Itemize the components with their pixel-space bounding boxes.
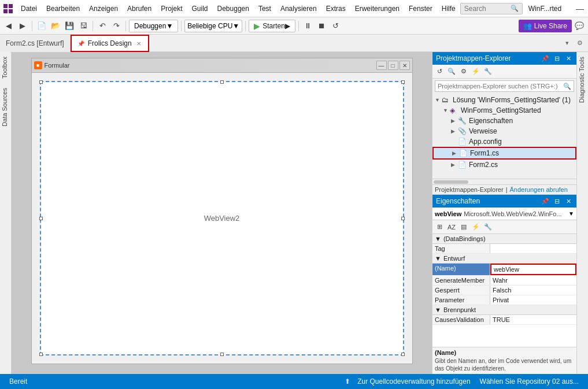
props-object-name: webView: [435, 210, 461, 217]
menu-debuggen[interactable]: Debuggen: [213, 2, 254, 15]
prop-gesperrt-value[interactable]: Falsch: [490, 286, 576, 295]
redo-button[interactable]: ↷: [110, 20, 123, 32]
group-entwurf[interactable]: ▼ Entwurf: [432, 254, 576, 264]
prop-tag-value[interactable]: [490, 244, 576, 253]
play-icon: ▶: [254, 21, 260, 31]
se-btn-2[interactable]: 🔍: [446, 66, 457, 77]
search-input[interactable]: [464, 5, 511, 13]
se-btn-4[interactable]: ⚡: [470, 66, 482, 77]
se-btn-3[interactable]: ⚙: [458, 66, 469, 77]
tree-form1[interactable]: ▶ 📄 Form1.cs: [432, 147, 576, 160]
tree-appconfig[interactable]: 📄 App.config: [432, 136, 576, 147]
se-scroll-thumb[interactable]: [434, 180, 468, 184]
prop-name-value[interactable]: webView: [490, 264, 576, 275]
menu-abrufen[interactable]: Abrufen: [123, 2, 156, 15]
se-footer-changes[interactable]: Änderungen abrufen: [509, 186, 567, 193]
debug-dropdown[interactable]: Debuggen▼: [129, 20, 178, 32]
menu-test[interactable]: Test: [254, 2, 276, 15]
props-close-button[interactable]: ✕: [564, 197, 573, 206]
back-button[interactable]: ◀: [2, 20, 15, 32]
se-footer-sep: |: [506, 186, 508, 193]
form-maximize-btn[interactable]: □: [388, 61, 398, 70]
menu-datei[interactable]: Datei: [16, 2, 42, 15]
menu-erweiterungen[interactable]: Erweiterungen: [350, 2, 404, 15]
save-button[interactable]: 💾: [63, 20, 76, 32]
props-properties-btn[interactable]: ▤: [458, 222, 469, 232]
restart-button[interactable]: ↺: [330, 20, 342, 32]
stop-button[interactable]: ⏹: [316, 20, 328, 32]
group-databindings[interactable]: ▼ (DataBindings): [432, 234, 576, 244]
status-repo[interactable]: Wählen Sie Repository 02 aus...: [475, 377, 583, 386]
se-search-icon: 🔍: [563, 83, 571, 90]
svg-rect-3: [9, 9, 13, 13]
form-minimize-btn[interactable]: —: [376, 61, 387, 70]
title-bar: Datei Bearbeiten Anzeigen Abrufen Projek…: [0, 0, 588, 17]
props-search-btn[interactable]: 🔧: [482, 222, 494, 232]
se-scrollbar[interactable]: [432, 179, 576, 184]
minimize-button[interactable]: —: [572, 2, 588, 15]
menu-projekt[interactable]: Projekt: [156, 2, 187, 15]
menu-anzeigen[interactable]: Anzeigen: [84, 2, 123, 15]
tree-project[interactable]: ▼ ◈ WinForms_GettingStarted: [432, 105, 576, 116]
menu-guild[interactable]: Guild: [187, 2, 213, 15]
diagnostic-tools-label[interactable]: Diagnostic Tools: [577, 52, 588, 108]
tab-settings-button[interactable]: ⚙: [574, 38, 586, 49]
liveshare-button[interactable]: 👥 Live Share: [519, 20, 572, 32]
se-footer-label: Projektmappen-Explorer: [435, 186, 504, 193]
props-alphabetical-btn[interactable]: AZ: [446, 222, 457, 232]
form2-label: Form2.cs: [469, 161, 498, 169]
se-pin-button[interactable]: 📌: [541, 54, 550, 63]
se-search-input[interactable]: [438, 83, 563, 90]
undo-button[interactable]: ↶: [96, 20, 109, 32]
tab-form2-design[interactable]: Form2.cs [Entwurf]: [0, 35, 71, 52]
properties-tree-label: Eigenschaften: [469, 117, 513, 125]
tab-close-button[interactable]: ✕: [135, 40, 142, 47]
props-pin-button[interactable]: 📌: [541, 197, 550, 206]
form-close-btn[interactable]: ✕: [400, 61, 410, 70]
tree-arrow-verweise: ▶: [451, 128, 458, 134]
props-events-btn[interactable]: ⚡: [470, 222, 482, 232]
tree-solution[interactable]: ▼ 🗂 Lösung 'WinForms_GettingStarted' (1): [432, 95, 576, 105]
app-logo: [2, 3, 14, 14]
se-btn-1[interactable]: ↺: [434, 66, 445, 77]
se-btn-5[interactable]: 🔧: [482, 66, 494, 77]
props-categorized-btn[interactable]: ⊞: [434, 222, 445, 232]
se-toolbar: ↺ 🔍 ⚙ ⚡ 🔧: [432, 65, 576, 79]
menu-fenster[interactable]: Fenster: [404, 2, 437, 15]
menu-extras[interactable]: Extras: [321, 2, 350, 15]
title-search[interactable]: 🔍: [460, 3, 523, 14]
tab-list-button[interactable]: ▾: [561, 38, 573, 49]
se-close-button[interactable]: ✕: [564, 54, 573, 63]
se-search-bar[interactable]: 🔍: [435, 80, 574, 92]
feedback-button[interactable]: 💬: [573, 20, 586, 32]
tree-properties[interactable]: ▶ 🔧 Eigenschaften: [432, 116, 576, 126]
attach-button[interactable]: ⏸: [302, 20, 315, 32]
prop-gm-value[interactable]: Wahr: [490, 276, 576, 285]
props-dock-button[interactable]: ⊟: [552, 197, 561, 206]
props-toolbar: ⊞ AZ ▤ ⚡ 🔧: [432, 220, 576, 234]
menu-hilfe[interactable]: Hilfe: [437, 2, 460, 15]
tab-frolics-design[interactable]: 📌 Frolics Design ✕: [71, 35, 149, 52]
verweise-label: Verweise: [469, 127, 497, 135]
open-button[interactable]: 📂: [49, 20, 62, 32]
group-brennpunkt[interactable]: ▼ Brennpunkt: [432, 305, 576, 315]
data-sources-label[interactable]: Data Sources: [0, 83, 11, 131]
prop-gesperrt: Gesperrt Falsch: [432, 286, 576, 295]
tree-form2[interactable]: ▶ 📄 Form2.cs: [432, 160, 576, 170]
status-vcs[interactable]: Zur Quellcodeverwaltung hinzufügen: [353, 377, 475, 386]
properties-header: Eigenschaften 📌 ⊟ ✕: [432, 195, 576, 208]
se-dock-button[interactable]: ⊟: [552, 54, 561, 63]
tree-verweise[interactable]: ▶ 📎 Verweise: [432, 126, 576, 136]
save-all-button[interactable]: 🖫: [77, 20, 90, 32]
menu-analysieren[interactable]: Analysieren: [276, 2, 321, 15]
cpu-dropdown[interactable]: Beliebige CPU▼: [184, 20, 242, 32]
prop-cv-value[interactable]: TRUE: [490, 315, 576, 324]
prop-cv-name: CausesValidation: [432, 315, 490, 324]
new-file-button[interactable]: 📄: [35, 20, 48, 32]
menu-bearbeiten[interactable]: Bearbeiten: [42, 2, 84, 15]
start-button[interactable]: ▶ Starten▶: [249, 20, 295, 32]
forward-button[interactable]: ▶: [16, 20, 29, 32]
prop-param-value[interactable]: Privat: [490, 295, 576, 305]
props-dropdown-icon[interactable]: ▼: [568, 210, 574, 217]
toolbox-label[interactable]: Toolbox: [0, 52, 11, 83]
